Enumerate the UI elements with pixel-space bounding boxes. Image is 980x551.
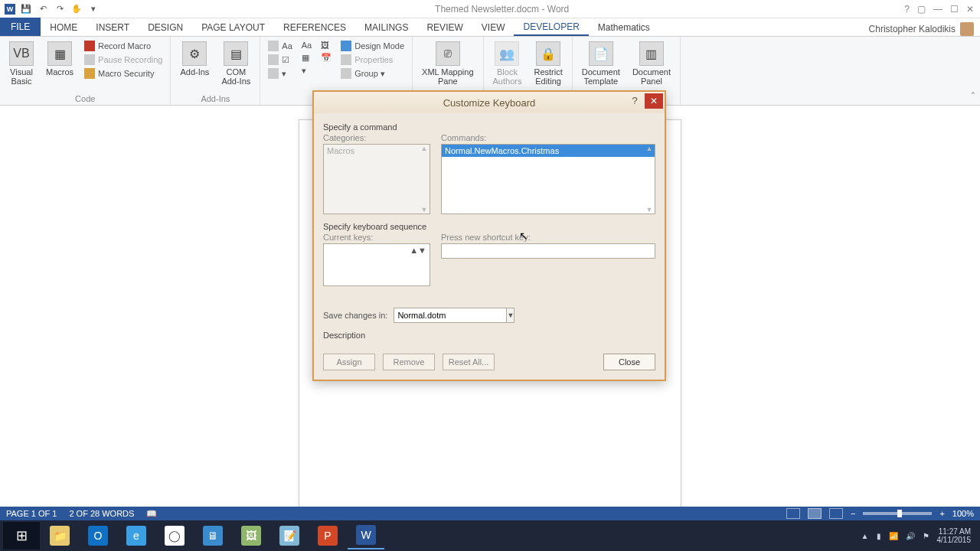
description-label: Description (323, 331, 655, 340)
tab-insert[interactable]: INSERT (87, 19, 139, 36)
page-status[interactable]: PAGE 1 OF 1 (6, 509, 57, 518)
tray-battery-icon[interactable]: ▮ (877, 532, 881, 540)
dialog-title-bar[interactable]: Customize Keyboard ? ✕ (314, 92, 665, 113)
tab-file[interactable]: FILE (0, 18, 41, 36)
tab-page-layout[interactable]: PAGE LAYOUT (192, 19, 274, 36)
control-picture[interactable]: 🖼 (319, 40, 333, 51)
visual-basic-button[interactable]: VB Visual Basic (6, 40, 37, 87)
task-desktop[interactable]: 🖥 (194, 522, 231, 549)
save-icon[interactable]: 💾 (20, 3, 32, 15)
zoom-out-icon[interactable]: − (851, 509, 855, 518)
addins-button[interactable]: ⚙Add-Ins (177, 40, 212, 78)
dialog-help-icon[interactable]: ? (628, 95, 642, 109)
view-web-icon[interactable] (829, 508, 843, 519)
tab-view[interactable]: VIEW (472, 19, 514, 36)
commands-listbox[interactable]: Normal.NewMacros.Christmas ▲▼ (441, 144, 655, 214)
document-panel-button[interactable]: ▥Document Panel (629, 40, 674, 87)
word-count[interactable]: 2 OF 28 WORDS (69, 509, 134, 518)
redo-icon[interactable]: ↷ (54, 3, 66, 15)
clock[interactable]: 11:27 AM 4/11/2015 (937, 527, 972, 544)
control-date[interactable]: 📅 (319, 52, 333, 64)
control-checkbox[interactable]: ☑ (266, 54, 293, 66)
dialog-close-icon[interactable]: ✕ (645, 93, 663, 109)
tab-mailings[interactable]: MAILINGS (355, 19, 417, 36)
tab-references[interactable]: REFERENCES (274, 19, 355, 36)
xml-mapping-button[interactable]: ⎚XML Mapping Pane (419, 40, 476, 87)
com-addins-button[interactable]: ▤COM Add-Ins (218, 40, 253, 87)
doc-template-icon: 📄 (589, 41, 613, 66)
user-account[interactable]: Christopher Kalodikis (869, 22, 980, 36)
help-icon[interactable]: ? (904, 4, 910, 15)
group-button[interactable]: Group ▾ (339, 67, 406, 80)
categories-listbox[interactable]: Macros ▲▼ (323, 144, 430, 214)
control-building[interactable]: ▾ (300, 65, 313, 77)
commands-item-selected[interactable]: Normal.NewMacros.Christmas (442, 145, 655, 157)
taskbar: ⊞ 📁 O e ◯ 🖥 🖼 📝 P W ▲ ▮ 📶 🔊 ⚑ 11:27 AM 4… (0, 520, 980, 551)
tab-developer[interactable]: DEVELOPER (514, 19, 588, 36)
legacy-icon (268, 68, 279, 79)
current-keys-listbox[interactable]: ▲▼ (323, 243, 430, 286)
quick-access-toolbar: W 💾 ↶ ↷ ✋ ▾ (0, 3, 100, 15)
task-gallery[interactable]: 🖼 (233, 522, 270, 549)
task-notepad[interactable]: 📝 (271, 522, 308, 549)
control-aa-plain[interactable]: Aa (300, 40, 313, 51)
group-label-code: Code (6, 93, 164, 103)
task-word[interactable]: W (348, 522, 384, 549)
save-changes-value[interactable] (394, 308, 507, 323)
tray-flag-icon[interactable]: ⚑ (923, 532, 929, 540)
control-legacy[interactable]: ▾ (266, 67, 293, 80)
zoom-level[interactable]: 100% (952, 509, 974, 518)
assign-button: Assign (323, 354, 375, 370)
document-template-button[interactable]: 📄Document Template (579, 40, 623, 87)
undo-icon[interactable]: ↶ (37, 3, 49, 15)
task-chrome[interactable]: ◯ (156, 522, 193, 549)
ribbon-tabs: FILE HOME INSERT DESIGN PAGE LAYOUT REFE… (0, 18, 980, 37)
user-name: Christopher Kalodikis (869, 24, 956, 34)
tab-home[interactable]: HOME (41, 19, 87, 36)
close-button[interactable]: Close (603, 354, 655, 370)
task-ie[interactable]: e (118, 522, 155, 549)
control-aa-rich[interactable]: Aa (266, 40, 293, 52)
restrict-editing-button[interactable]: 🔒Restrict Editing (531, 40, 565, 87)
pause-recording-button: Pause Recording (83, 54, 164, 66)
tab-design[interactable]: DESIGN (139, 19, 192, 36)
avatar (960, 22, 974, 36)
zoom-slider[interactable] (863, 512, 932, 515)
task-powerpoint[interactable]: P (309, 522, 346, 549)
restrict-icon: 🔒 (536, 41, 560, 66)
control-combo[interactable]: ▦ (300, 52, 313, 64)
tray-sound-icon[interactable]: 🔊 (906, 532, 915, 540)
ribbon-group-code: VB Visual Basic ▦ Macros Record Macro Pa… (0, 37, 171, 105)
maximize-icon[interactable]: ☐ (950, 4, 959, 15)
save-changes-combo[interactable]: ▼ (394, 308, 508, 323)
tab-review[interactable]: REVIEW (417, 19, 472, 36)
qat-more-icon[interactable]: ▾ (87, 3, 100, 15)
zoom-in-icon[interactable]: + (939, 509, 944, 518)
record-macro-button[interactable]: Record Macro (83, 40, 164, 52)
tray-network-icon[interactable]: 📶 (889, 532, 898, 540)
task-file-explorer[interactable]: 📁 (41, 522, 78, 549)
task-outlook[interactable]: O (80, 522, 116, 549)
tab-mathematics[interactable]: Mathematics (589, 19, 659, 36)
proofing-icon[interactable]: 📖 (146, 509, 157, 519)
group-label-addins: Add-Ins (177, 93, 253, 103)
block-authors-icon: 👥 (495, 41, 519, 66)
view-print-icon[interactable] (808, 508, 822, 519)
close-window-icon[interactable]: ✕ (966, 4, 974, 15)
tray-up-icon[interactable]: ▲ (861, 532, 869, 540)
macro-security-button[interactable]: Macro Security (83, 67, 164, 80)
ribbon-options-icon[interactable]: ▢ (917, 4, 926, 15)
current-keys-label: Current keys: (323, 233, 430, 242)
xml-icon: ⎚ (436, 41, 460, 66)
touch-mode-icon[interactable]: ✋ (70, 3, 83, 15)
macros-button[interactable]: ▦ Macros (43, 40, 77, 78)
categories-item[interactable]: Macros (324, 145, 430, 157)
minimize-icon[interactable]: — (933, 4, 942, 15)
start-button[interactable]: ⊞ (3, 522, 40, 549)
press-new-shortcut-input[interactable] (441, 243, 655, 259)
collapse-ribbon-icon[interactable]: ˄ (971, 91, 975, 102)
design-mode-button[interactable]: Design Mode (339, 40, 406, 52)
view-read-icon[interactable] (786, 508, 800, 519)
system-tray[interactable]: ▲ ▮ 📶 🔊 ⚑ 11:27 AM 4/11/2015 (861, 527, 977, 544)
chevron-down-icon[interactable]: ▼ (507, 308, 514, 323)
